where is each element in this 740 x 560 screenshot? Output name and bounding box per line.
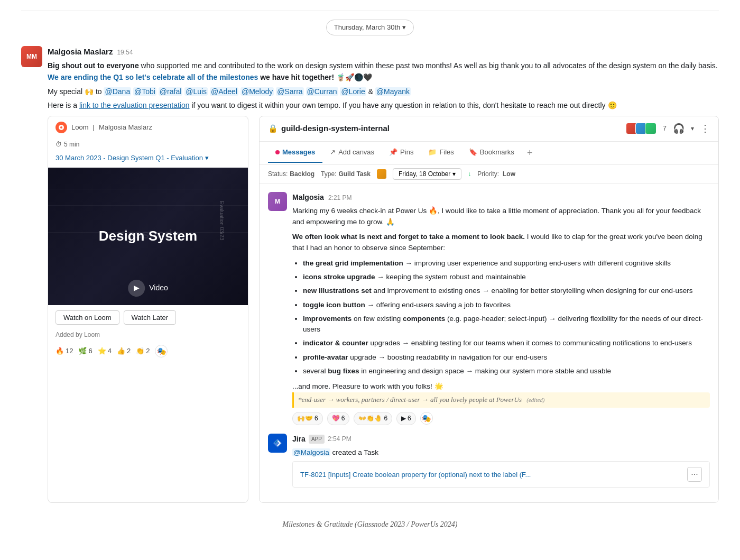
mention-rafal[interactable]: @rafal (159, 87, 182, 96)
mention-tobi[interactable]: @Tobi (133, 87, 156, 96)
date-picker-button[interactable]: Friday, 18 October ▾ (393, 168, 461, 180)
list-item: toggle icon button → offering end-users … (303, 300, 710, 310)
clap-emoji: 👏 (136, 346, 144, 356)
chevron-down-icon-small: ▾ (452, 170, 456, 178)
thumbsup-emoji: 👍 (117, 346, 125, 356)
ch-reaction-handshake[interactable]: 🙌🤝 6 (292, 412, 323, 425)
watch-later-button[interactable]: Watch Later (124, 310, 177, 325)
watch-on-loom-button[interactable]: Watch on Loom (56, 310, 119, 325)
tab-messages[interactable]: Messages (268, 143, 322, 163)
play-circle-icon: ▶ (128, 280, 145, 297)
loom-brand-name: Loom (71, 122, 89, 133)
fire-emoji: 🔥 (56, 346, 64, 356)
reaction-thumbsup[interactable]: 👍 2 (117, 346, 131, 356)
list-item: indicator & counter upgrades → enabling … (303, 338, 710, 348)
ch-intro: Marking my 6 weeks check-in at Power Us … (292, 205, 710, 228)
ch-sender-name: Malgosia (292, 192, 324, 203)
svg-point-1 (60, 126, 62, 128)
handshake-emoji: 🙌🤝 (297, 414, 313, 424)
loom-thumbnail[interactable]: glassnode Evaluation 03/23 Design System… (48, 168, 248, 305)
hands-emoji: 👐👏🤚 (358, 414, 382, 424)
priority-label: Priority: (477, 169, 499, 179)
mention-luis[interactable]: @Luis (184, 87, 208, 96)
loom-username: Malgosia Maslarz (99, 122, 152, 133)
add-reaction-button[interactable]: 🎭 (155, 345, 168, 357)
loom-title-link[interactable]: 30 March 2023 - Design System Q1 - Evalu… (56, 154, 209, 162)
jira-task-link[interactable]: TF-8021 [Inputs] Create boolean property… (300, 470, 531, 480)
loom-card-header: Loom | Malgosia Maslarz (48, 116, 248, 139)
ch-reaction-heart[interactable]: 💖 6 (327, 412, 350, 425)
ch-message-malgosia: M Malgosia 2:21 PM Marking my 6 weeks ch… (268, 192, 710, 425)
leaf-count: 6 (88, 346, 92, 356)
lock-icon: 🔒 (268, 123, 278, 135)
type-value: Guild Task (338, 169, 370, 179)
page-caption: Milestones & Gratitude (Glassnode 2023 /… (21, 519, 719, 530)
mention-melody[interactable]: @Melody (240, 87, 274, 96)
avatar: MM (21, 46, 42, 67)
jira-mention[interactable]: @Malgosia (292, 448, 330, 456)
tab-dot (275, 150, 280, 154)
tab-files[interactable]: 📁 Files (421, 143, 461, 163)
mention-dana[interactable]: @Dana (104, 87, 131, 96)
canvas-icon: ↗ (330, 147, 336, 158)
status-item: Status: Backlog (268, 169, 314, 179)
jira-action: created a Task (332, 448, 379, 456)
tab-add-button[interactable]: + (522, 142, 538, 164)
loom-added-by: Added by Loom (48, 330, 248, 342)
play-count: 6 (408, 414, 411, 424)
audio-icon[interactable]: 🎧 (673, 122, 684, 136)
loom-video-title: Design System (88, 226, 208, 246)
loom-play-button[interactable]: ▶ Video (128, 280, 168, 297)
channel-name-text: guild-design-system-internal (281, 123, 390, 135)
tab-bookmarks[interactable]: 🔖 Bookmarks (461, 143, 522, 163)
reaction-leaf[interactable]: 🌿 6 (78, 346, 92, 356)
member-count: 7 (663, 123, 667, 134)
leaf-emoji: 🌿 (78, 346, 87, 356)
play-label: Video (149, 282, 168, 293)
mention-lorie[interactable]: @Lorie (340, 87, 366, 96)
tab-pins[interactable]: 📌 Pins (382, 143, 421, 163)
more-options-button[interactable]: ⋮ (700, 122, 710, 136)
mention-mayank[interactable]: @Mayank (375, 87, 411, 96)
ch-msg-header: Malgosia 2:21 PM (292, 192, 710, 203)
ch-add-reaction-button[interactable]: 🎭 (420, 412, 433, 425)
mention-curran[interactable]: @Curran (306, 87, 338, 96)
mention-adeel[interactable]: @Adeel (210, 87, 238, 96)
add-reaction-icon: 🎭 (157, 347, 166, 355)
channel-name: 🔒 guild-design-system-internal (268, 123, 390, 135)
reaction-fire[interactable]: 🔥 12 (56, 346, 73, 356)
presentation-link[interactable]: link to the evaluation presentation (79, 101, 190, 109)
special-prefix: My special 🙌 to (48, 87, 104, 96)
date-pill[interactable]: Thursday, March 30th ▾ (326, 20, 414, 35)
timestamp: 19:54 (117, 48, 133, 57)
loom-brand-icon (56, 122, 67, 133)
mention-sarra[interactable]: @Sarra (276, 87, 303, 96)
app-badge: APP (309, 435, 325, 444)
chevron-icon[interactable]: ▾ (691, 124, 694, 133)
avatar-icon-small (377, 169, 386, 179)
jira-more-button[interactable]: ··· (687, 467, 702, 482)
type-label: Type: (321, 169, 336, 179)
type-item: Type: Guild Task (321, 169, 371, 179)
clock-icon: ⏱ (56, 140, 62, 149)
main-message: MM Malgosia Maslarz 19:54 Big shout out … (21, 46, 719, 503)
reaction-clap[interactable]: 👏 2 (136, 346, 150, 356)
message-text: Big shout out to everyone who supported … (48, 60, 719, 112)
priority-arrow-icon: ↓ (468, 169, 471, 179)
jira-more-icon: ··· (691, 470, 698, 479)
ch-reaction-play[interactable]: ▶ 6 (396, 412, 416, 425)
loom-actions: Watch on Loom Watch Later (48, 305, 248, 330)
sender-name: Malgosia Maslarz (48, 46, 113, 58)
italic-tag: *end-user → workers, partners / direct-u… (292, 392, 710, 408)
highlight-end: we have hit together! 🧋🚀🌑🖤 (260, 73, 372, 81)
list-item: profile-avatar upgrade → boosting readab… (303, 352, 710, 363)
reaction-star[interactable]: ⭐ 4 (98, 346, 112, 356)
highlight-text: We are ending the Q1 so let's celebrate … (48, 73, 258, 81)
ch-outro: ...and more. Pleasure to work with you f… (292, 381, 710, 392)
member-avatars (626, 123, 656, 134)
jira-message: Jira APP 2:54 PM @Malgosia created a Tas… (268, 434, 710, 488)
channel-header: 🔒 guild-design-system-internal 7 🎧 (260, 116, 718, 142)
ch-reaction-hands[interactable]: 👐👏🤚 6 (354, 412, 392, 425)
tab-add-canvas[interactable]: ↗ Add canvas (322, 143, 382, 163)
jira-sender: Jira (292, 434, 306, 445)
